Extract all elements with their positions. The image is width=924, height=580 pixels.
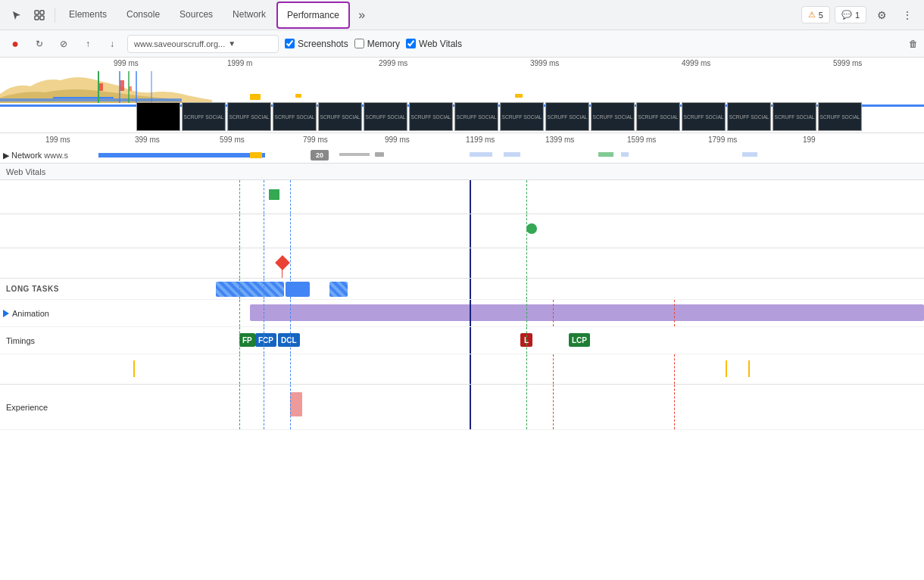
long-task-2 <box>286 282 310 297</box>
svg-rect-2 <box>35 16 39 20</box>
svg-text:SCRUFF SOCIAL: SCRUFF SOCIAL <box>683 114 723 120</box>
svg-rect-8 <box>53 97 114 98</box>
svg-text:SCRUFF SOCIAL: SCRUFF SOCIAL <box>183 114 223 120</box>
detail-time-1599: 1599 ms <box>627 136 656 144</box>
expand-icon[interactable] <box>3 310 9 317</box>
screenshots-checkbox[interactable] <box>285 39 295 48</box>
network-label: Network <box>11 151 42 160</box>
timeline-overview[interactable]: 999 ms 1999 m 2999 ms 3999 ms 4999 ms 59… <box>0 58 924 133</box>
cls-diamond <box>275 255 290 270</box>
network-bar-orange <box>250 152 262 158</box>
anim-l-vline <box>470 300 471 326</box>
svg-rect-15 <box>295 94 301 98</box>
animation-row: Animation <box>0 300 924 327</box>
network-bar-right <box>742 152 757 157</box>
svg-rect-3 <box>40 16 44 20</box>
web-vitals-toggle[interactable]: Web Vitals <box>406 39 462 49</box>
memory-checkbox[interactable] <box>354 39 364 48</box>
svg-text:SCRUFF SOCIAL: SCRUFF SOCIAL <box>729 114 769 120</box>
exp-fp-vline <box>239 385 240 429</box>
reload-button[interactable]: ↻ <box>30 35 48 53</box>
fp-vline <box>239 180 240 214</box>
screenshot-thumb <box>136 102 180 131</box>
fcp-dot <box>269 189 279 200</box>
settings-icon[interactable]: ⚙ <box>871 5 892 26</box>
tab-network[interactable]: Network <box>223 0 275 30</box>
anim-red-vline2 <box>674 300 675 326</box>
yellow-marker-left <box>133 360 135 377</box>
anim-red-vline <box>553 300 554 326</box>
detail-time-999: 999 ms <box>385 136 410 144</box>
tab-sources[interactable]: Sources <box>170 0 222 30</box>
messages-badge[interactable]: 💬 1 <box>835 6 866 23</box>
timeline-detail[interactable]: 199 ms 399 ms 599 ms 799 ms 999 ms 1199 … <box>0 133 924 164</box>
network-bar-green <box>598 152 613 157</box>
detail-time-199b: 199 <box>803 136 816 144</box>
screenshots-label: Screenshots <box>298 39 348 49</box>
svg-text:SCRUFF SOCIAL: SCRUFF SOCIAL <box>501 114 542 120</box>
overview-time-5999: 5999 ms <box>833 59 862 67</box>
svg-text:SCRUFF SOCIAL: SCRUFF SOCIAL <box>229 114 269 120</box>
tab-bar-left: Elements Console Sources Network Perform… <box>6 0 373 30</box>
more-options-icon[interactable]: ⋮ <box>897 5 918 26</box>
lcp-vline2 <box>526 214 527 248</box>
tim-l-vline <box>470 327 471 354</box>
screenshots-toggle[interactable]: Screenshots <box>285 39 348 49</box>
tab-divider <box>55 8 55 23</box>
network-bar-lightblue1 <box>470 152 492 157</box>
experience-bar <box>290 392 302 416</box>
download-button[interactable]: ↓ <box>103 35 121 53</box>
detail-time-1399: 1399 ms <box>545 136 574 144</box>
long-tasks-row: LONG TASKS <box>0 279 924 300</box>
memory-label: Memory <box>367 39 400 49</box>
fcp-badge: FCP <box>255 333 276 347</box>
screenshot-thumb: SCRUFF SOCIAL <box>182 102 226 131</box>
yellow-dots-spacer <box>0 354 98 384</box>
overview-time-2999: 2999 ms <box>379 59 407 67</box>
tab-elements[interactable]: Elements <box>60 0 116 30</box>
tab-performance[interactable]: Performance <box>276 2 350 29</box>
toolbar: ● ↻ ⊘ ↑ ↓ www.saveourscruff.org... ▼ Scr… <box>0 30 924 58</box>
svg-text:SCRUFF SOCIAL: SCRUFF SOCIAL <box>274 114 314 120</box>
tim-dcl-vline <box>290 327 291 354</box>
web-vitals-label: Web Vitals <box>6 167 45 176</box>
exp-dcl-vline <box>290 385 291 429</box>
yd-fcp-vline <box>264 354 264 384</box>
long-tasks-label: LONG TASKS <box>0 279 98 299</box>
detail-time-399: 399 ms <box>135 136 160 144</box>
more-tabs-icon[interactable]: » <box>351 5 373 26</box>
long-task-3 <box>329 282 348 297</box>
screenshot-thumb: SCRUFF SOCIAL <box>500 102 544 131</box>
animation-text: Animation <box>12 309 49 318</box>
fcp-vline2 <box>264 214 264 248</box>
warnings-badge[interactable]: ⚠ 5 <box>801 6 830 23</box>
network-badge-20: 20 <box>311 150 329 161</box>
messages-count: 1 <box>855 11 860 20</box>
svg-text:SCRUFF SOCIAL: SCRUFF SOCIAL <box>774 114 814 120</box>
diamond-row <box>0 248 924 279</box>
network-bar-blue <box>98 153 265 157</box>
fcp-vline <box>264 180 264 214</box>
url-bar[interactable]: www.saveourscruff.org... ▼ <box>127 35 279 53</box>
trash-button[interactable]: 🗑 <box>909 39 918 49</box>
screenshot-thumb: SCRUFF SOCIAL <box>545 102 589 131</box>
web-vitals-checkbox[interactable] <box>406 39 416 48</box>
lcp-dot <box>526 223 537 234</box>
warnings-count: 5 <box>819 11 823 20</box>
dcl-vline <box>290 180 291 214</box>
screenshot-thumb: SCRUFF SOCIAL <box>364 102 407 131</box>
inspect-icon[interactable] <box>29 5 50 26</box>
record-button[interactable]: ● <box>6 35 24 53</box>
upload-button[interactable]: ↑ <box>79 35 97 53</box>
clear-button[interactable]: ⊘ <box>55 35 73 53</box>
dcl-vline3 <box>290 248 291 278</box>
lcp-vline3 <box>526 248 527 278</box>
tab-console[interactable]: Console <box>117 0 169 30</box>
memory-toggle[interactable]: Memory <box>354 39 400 49</box>
tim-fcp-vline <box>264 327 264 354</box>
detail-time-599: 599 ms <box>220 136 245 144</box>
network-bars: 20 <box>98 148 924 162</box>
lt-fcp-vline <box>264 279 264 299</box>
cursor-icon[interactable] <box>6 5 27 26</box>
overview-time-999: 999 ms <box>114 59 139 67</box>
